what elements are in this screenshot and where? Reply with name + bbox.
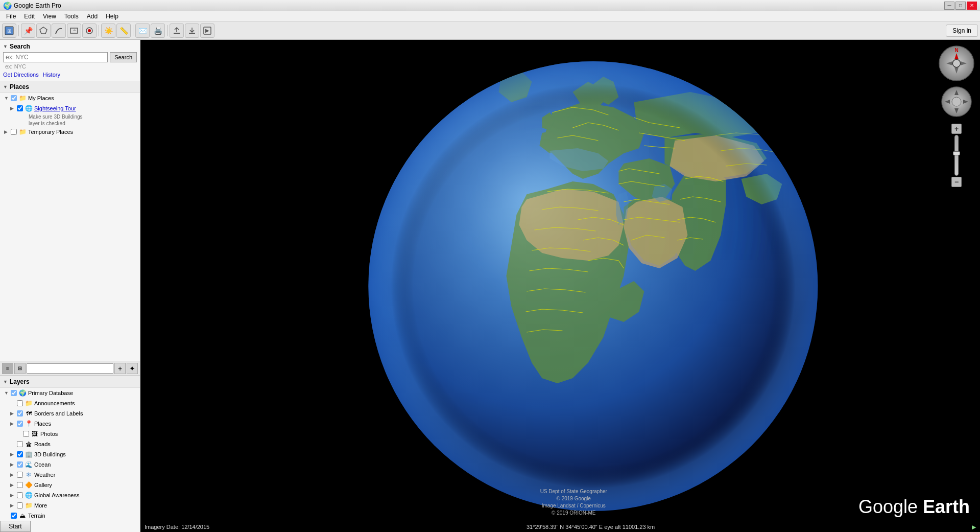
- label-sightseeing-tour[interactable]: Sightseeing Tour: [34, 105, 76, 111]
- places-collapse-arrow: ▼: [3, 84, 8, 89]
- checkbox-my-places[interactable]: [11, 95, 17, 101]
- places-tab-grid[interactable]: ⊞: [14, 363, 26, 374]
- maximize-button[interactable]: □: [955, 2, 966, 10]
- attribution-text: US Dept of State Geographer © 2019 Googl…: [540, 488, 607, 517]
- toolbar-placemark[interactable]: 📌: [21, 24, 35, 38]
- layer-announcements[interactable]: ▶ 📁 Announcements: [0, 398, 140, 408]
- get-directions-link[interactable]: Get Directions: [3, 72, 39, 78]
- places-section: ▼ Places ▼ 📁 My Places ▶ 🌐 Sightseeing T…: [0, 81, 140, 361]
- checkbox-roads[interactable]: [17, 441, 23, 447]
- search-header[interactable]: ▼ Search: [3, 43, 137, 50]
- layer-3d-buildings[interactable]: ▶ 🏢 3D Buildings: [0, 449, 140, 459]
- zoom-in-button[interactable]: +: [951, 124, 962, 134]
- folder-icon-my-places: 📁: [18, 94, 27, 102]
- toolbar-record-tour[interactable]: [82, 24, 97, 38]
- attribution-line3: Image Landsat / Copernicus: [540, 502, 607, 510]
- checkbox-more[interactable]: [17, 502, 23, 508]
- icon-3d-buildings: 🏢: [25, 450, 33, 458]
- toolbar-email[interactable]: ✉️: [135, 24, 150, 38]
- toolbar-image-overlay[interactable]: [67, 24, 81, 38]
- zoom-out-button[interactable]: −: [951, 177, 962, 187]
- toolbar-sep2: [99, 25, 99, 36]
- zoom-track[interactable]: [954, 135, 959, 176]
- signin-button[interactable]: Sign in: [946, 25, 978, 37]
- hint-3d-buildings2: layer is checked: [0, 120, 140, 127]
- expand-more: ▶: [10, 503, 15, 508]
- checkbox-3d-buildings[interactable]: [17, 451, 23, 457]
- nav-controls: N: [938, 45, 975, 187]
- toolbar-path[interactable]: [52, 24, 66, 38]
- history-link[interactable]: History: [43, 72, 60, 78]
- places-tab-list[interactable]: ≡: [2, 363, 13, 374]
- layer-photos[interactable]: ▶ 🖼 Photos: [0, 429, 140, 439]
- menu-file[interactable]: File: [2, 12, 20, 21]
- minimize-button[interactable]: ─: [944, 2, 954, 10]
- layer-global-awareness[interactable]: ▶ 🌐 Global Awareness: [0, 490, 140, 500]
- checkbox-global[interactable]: [17, 492, 23, 498]
- toolbar-ruler[interactable]: 📏: [116, 24, 131, 38]
- menu-view[interactable]: View: [39, 12, 60, 21]
- menu-tools[interactable]: Tools: [60, 12, 83, 21]
- places-add-item[interactable]: ✦: [127, 363, 138, 374]
- compass-control[interactable]: N: [938, 45, 975, 82]
- checkbox-primary-db[interactable]: [11, 390, 17, 396]
- toolbar-sun[interactable]: ☀️: [101, 24, 115, 38]
- toolbar-import[interactable]: ▶: [200, 24, 214, 38]
- checkbox-gallery[interactable]: [17, 482, 23, 488]
- zoom-thumb[interactable]: [953, 151, 960, 155]
- toolbar-sep3: [133, 25, 133, 36]
- places-search-input[interactable]: [27, 363, 113, 374]
- layer-ocean[interactable]: ▶ 🌊 Ocean: [0, 459, 140, 470]
- layer-primary-db[interactable]: ▼ 🌍 Primary Database: [0, 388, 140, 398]
- checkbox-temp-places[interactable]: [11, 129, 17, 135]
- attribution-line1: US Dept of State Geographer: [540, 488, 607, 495]
- menubar: File Edit View Tools Add Help: [0, 11, 980, 21]
- start-button[interactable]: Start: [0, 521, 31, 532]
- checkbox-terrain[interactable]: [11, 513, 17, 519]
- places-label: Places: [10, 83, 29, 90]
- checkbox-borders[interactable]: [17, 410, 23, 417]
- move-joystick[interactable]: [941, 86, 972, 118]
- layer-borders-labels[interactable]: ▶ 🗺 Borders and Labels: [0, 408, 140, 419]
- menu-add[interactable]: Add: [83, 12, 102, 21]
- layer-roads[interactable]: ▶ 🛣 Roads: [0, 439, 140, 449]
- earth-globe: [358, 51, 828, 521]
- toolbar-polygon[interactable]: [36, 24, 51, 38]
- menu-help[interactable]: Help: [102, 12, 123, 21]
- menu-edit[interactable]: Edit: [20, 12, 39, 21]
- toolbar-print[interactable]: 🖨️: [151, 24, 165, 38]
- checkbox-sightseeing[interactable]: [17, 105, 23, 111]
- toolbar-earth-view[interactable]: ⊞: [2, 24, 16, 38]
- places-header[interactable]: ▼ Places: [0, 81, 140, 93]
- attribution-line2: © 2019 Google: [540, 495, 607, 502]
- search-input[interactable]: [3, 52, 108, 62]
- svg-text:⊞: ⊞: [7, 28, 11, 34]
- places-add-folder[interactable]: +: [114, 363, 126, 374]
- layer-more[interactable]: ▶ 📁 More: [0, 500, 140, 511]
- checkbox-photos[interactable]: [23, 431, 29, 437]
- statusbar-streaming[interactable]: ▶: [972, 524, 976, 530]
- statusbar-coordinates: 31°29'58.39" N 34°45'00.40" E eye alt 11…: [527, 524, 655, 530]
- tree-item-temporary-places[interactable]: ▶ 📁 Temporary Places: [0, 127, 140, 137]
- tree-item-sightseeing-tour[interactable]: ▶ 🌐 Sightseeing Tour: [0, 103, 140, 113]
- toolbar-upload[interactable]: [170, 24, 184, 38]
- statusbar: Imagery Date: 12/14/2015 31°29'58.39" N …: [140, 522, 980, 532]
- checkbox-announcements[interactable]: [17, 400, 23, 406]
- layer-places[interactable]: ▶ 📍 Places: [0, 419, 140, 429]
- toolbar-download[interactable]: [185, 24, 199, 38]
- map-area[interactable]: US Dept of State Geographer © 2019 Googl…: [140, 40, 980, 532]
- checkbox-weather[interactable]: [17, 472, 23, 478]
- layer-gallery[interactable]: ▶ 🔶 Gallery: [0, 480, 140, 490]
- checkbox-places-layer[interactable]: [17, 421, 23, 427]
- layers-header[interactable]: ▼ Layers: [0, 376, 140, 388]
- icon-global: 🌐: [25, 491, 33, 499]
- tree-item-my-places[interactable]: ▼ 📁 My Places: [0, 93, 140, 103]
- search-button[interactable]: Search: [110, 52, 137, 62]
- icon-borders: 🗺: [25, 409, 33, 418]
- expand-global: ▶: [10, 493, 15, 498]
- layer-terrain[interactable]: ▶ ⛰ Terrain: [0, 511, 140, 521]
- checkbox-ocean[interactable]: [17, 461, 23, 468]
- layer-weather[interactable]: ▶ ❄ Weather: [0, 470, 140, 480]
- close-button[interactable]: ✕: [967, 2, 977, 10]
- svg-rect-8: [189, 33, 195, 34]
